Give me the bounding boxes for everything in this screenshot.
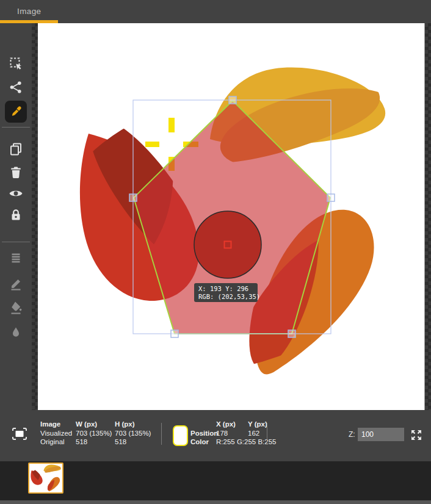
col-header: W (px) xyxy=(76,420,115,429)
original-width: 518 xyxy=(76,437,115,447)
fill-icon[interactable] xyxy=(9,300,23,315)
status-bar: Image W (px) H (px) Visualized 703 (135%… xyxy=(0,410,431,461)
copy-icon[interactable] xyxy=(9,142,23,156)
draw-icon[interactable] xyxy=(9,276,23,291)
col-header: X (px) xyxy=(216,420,248,429)
image-canvas[interactable]: X: 193 Y: 296 RGB: (202,53,35) xyxy=(38,23,424,410)
tool-palette xyxy=(0,23,32,410)
visibility-icon[interactable] xyxy=(9,186,23,201)
thumbnail-strip xyxy=(0,461,431,500)
fullscreen-icon[interactable] xyxy=(410,429,422,441)
thumbnail-preview xyxy=(29,464,62,492)
annotated-image xyxy=(38,23,424,410)
lock-icon[interactable] xyxy=(9,207,23,222)
statusbar-divider xyxy=(267,423,267,445)
eyedropper-icon xyxy=(9,105,23,118)
pointer-y: 162 xyxy=(248,429,278,438)
tooltip-rgb: RGB: (202,53,35) xyxy=(198,293,258,301)
app-window: { "window": { "tab_label": "Image" }, "t… xyxy=(0,0,431,504)
statusbar-divider xyxy=(161,423,162,445)
pixel-color-swatch xyxy=(173,425,188,446)
pointer-color-value: R:255 G:255 B:255 xyxy=(216,437,278,447)
col-header: H (px) xyxy=(115,420,154,429)
top-bar: Image xyxy=(0,0,431,23)
tooltip-coords: X: 193 Y: 296 xyxy=(198,285,258,293)
blur-icon[interactable] xyxy=(9,325,23,340)
transparency-checker-left xyxy=(32,23,38,410)
image-thumbnail[interactable] xyxy=(28,463,63,494)
zoom-input[interactable] xyxy=(358,428,404,441)
layers-icon[interactable] xyxy=(9,251,23,265)
handle-top xyxy=(229,96,236,104)
row-label: Position xyxy=(190,429,216,438)
row-label: Visualized xyxy=(40,429,76,438)
pointer-info-table: X (px) Y (px) Position 178 162 Color R:2… xyxy=(190,420,278,447)
visualized-height: 703 (135%) xyxy=(115,429,154,438)
image-size-table: Image W (px) H (px) Visualized 703 (135%… xyxy=(40,420,154,447)
eyedropper-tool-active[interactable] xyxy=(5,101,27,123)
col-header: Y (px) xyxy=(248,420,278,429)
toolbar-divider xyxy=(2,242,30,242)
rect-select-icon[interactable] xyxy=(9,56,23,71)
col-header: Image xyxy=(40,420,76,429)
row-label: Color xyxy=(190,437,216,447)
transparency-checker-right xyxy=(425,23,431,410)
handle-right xyxy=(327,194,335,201)
row-label: Original xyxy=(40,437,76,447)
visualized-width: 703 (135%) xyxy=(76,429,115,438)
zoom-label: Z: xyxy=(349,430,355,439)
handle-left xyxy=(129,194,137,201)
horizontal-scrollbar[interactable] xyxy=(0,500,431,504)
handle-bottom-right xyxy=(288,330,295,337)
pointer-x: 178 xyxy=(216,429,248,438)
delete-icon[interactable] xyxy=(9,165,23,179)
handle-bottom-left xyxy=(171,330,178,337)
original-height: 518 xyxy=(115,437,154,447)
polygon-select-icon[interactable] xyxy=(9,80,23,95)
tab-image[interactable]: Image xyxy=(17,7,42,16)
fit-view-icon[interactable] xyxy=(11,426,28,442)
canvas-viewport: X: 193 Y: 296 RGB: (202,53,35) xyxy=(32,23,431,410)
pixel-info-tooltip: X: 193 Y: 296 RGB: (202,53,35) xyxy=(194,283,258,302)
circle-annotation xyxy=(194,211,261,278)
toolbar-divider xyxy=(2,127,30,128)
